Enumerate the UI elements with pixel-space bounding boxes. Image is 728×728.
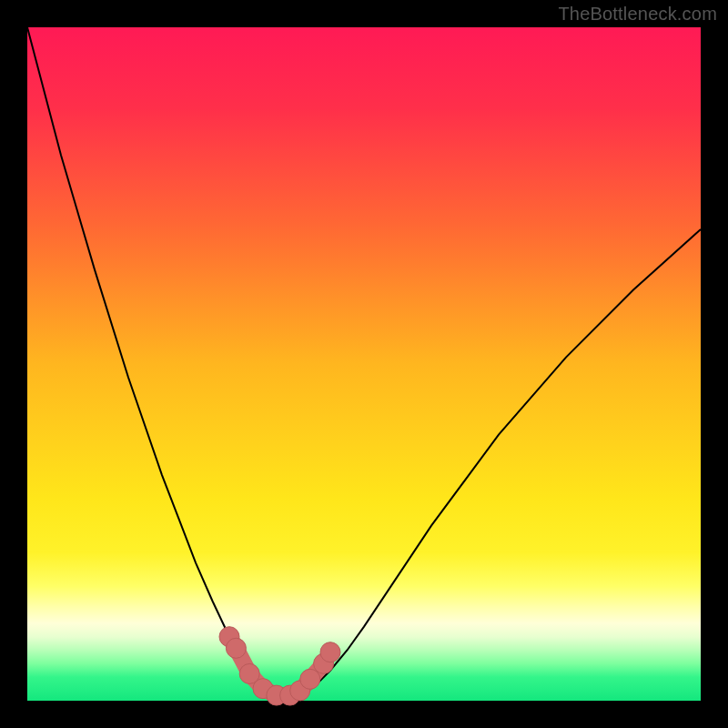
plot-area [27,27,701,701]
watermark-text: TheBottleneck.com [558,4,717,25]
bottleneck-chart [0,0,728,728]
marker-dot [320,642,340,662]
marker-dot [300,669,320,689]
marker-dot [226,638,246,658]
